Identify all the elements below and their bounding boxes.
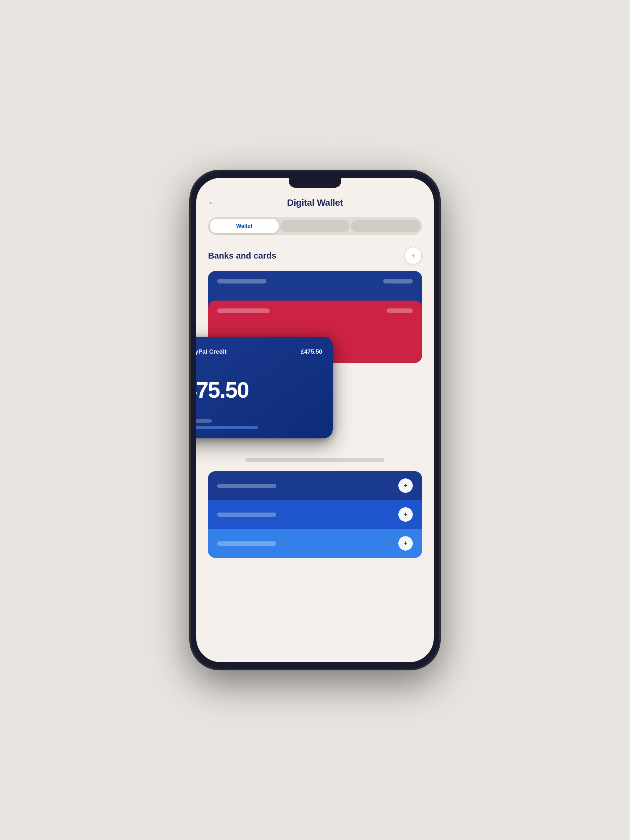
tab-placeholder-1[interactable]: [281, 220, 350, 232]
bottom-card-label-3: [217, 542, 276, 546]
screen-content: ← Digital Wallet Wallet Banks and cards …: [196, 188, 434, 662]
bottom-card-row-2[interactable]: +: [208, 500, 422, 529]
bottom-cards-list: + + +: [208, 471, 422, 558]
paypal-logo-row: P PayPal Credit: [196, 346, 227, 358]
tab-placeholder-2[interactable]: [351, 220, 420, 232]
card-navy-top-row: [217, 279, 413, 284]
cards-area: P PayPal Credit £475.50 £475.50: [208, 271, 422, 458]
separator-line: [245, 458, 385, 462]
page-title: Digital Wallet: [287, 197, 343, 208]
paypal-credit-card[interactable]: P PayPal Credit £475.50 £475.50: [196, 337, 333, 438]
card-red-line-1: [217, 308, 270, 313]
paypal-card-line-sm: [196, 419, 212, 423]
card-red-line-2: [387, 308, 413, 313]
add-card-button[interactable]: +: [404, 247, 422, 264]
page-header: ← Digital Wallet: [208, 197, 422, 208]
bottom-card-label-1: [217, 484, 276, 488]
bottom-card-add-1[interactable]: +: [398, 478, 413, 493]
bottom-card-label-2: [217, 513, 276, 517]
bottom-card-row-3[interactable]: +: [208, 529, 422, 558]
paypal-card-footer: [196, 419, 322, 429]
bottom-card-add-3[interactable]: +: [398, 536, 413, 551]
paypal-card-big-amount: £475.50: [196, 377, 322, 403]
card-navy-line-2: [383, 279, 413, 284]
card-red-top-row: [217, 308, 413, 313]
paypal-card-line-lg: [196, 426, 258, 429]
section-header: Banks and cards +: [208, 247, 422, 264]
tab-wallet[interactable]: Wallet: [210, 219, 279, 233]
phone-screen: ← Digital Wallet Wallet Banks and cards …: [196, 178, 434, 662]
paypal-card-name: PayPal Credit: [196, 349, 227, 355]
section-title: Banks and cards: [208, 251, 276, 261]
bottom-card-add-2[interactable]: +: [398, 507, 413, 522]
back-button[interactable]: ←: [208, 197, 217, 208]
phone-notch: [289, 178, 341, 188]
paypal-card-amount-header: £475.50: [301, 349, 322, 355]
paypal-card-header: P PayPal Credit £475.50: [196, 346, 322, 358]
tabs-bar: Wallet: [208, 217, 422, 235]
bottom-card-row-1[interactable]: +: [208, 471, 422, 500]
phone-wrapper: ← Digital Wallet Wallet Banks and cards …: [190, 171, 440, 669]
card-navy-line-1: [217, 279, 267, 284]
